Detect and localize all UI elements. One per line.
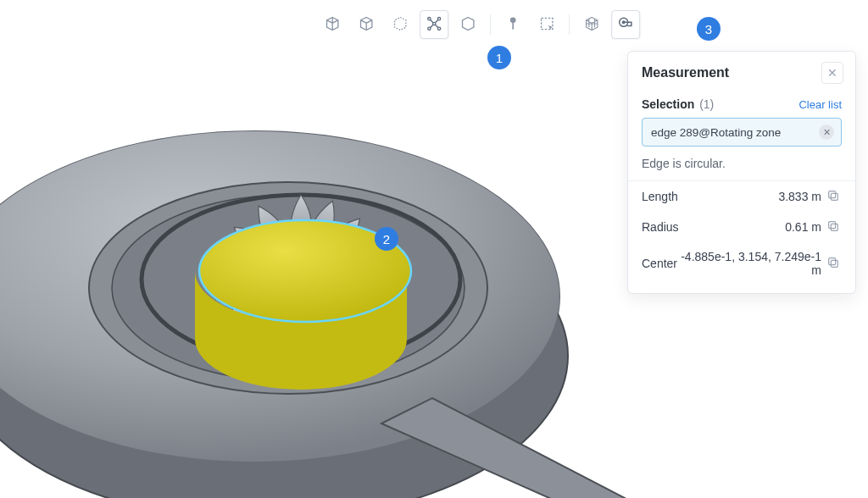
toolbar-separator (490, 14, 491, 35)
copy-radius-button[interactable] (826, 219, 842, 235)
selection-chip-text: edge 289@Rotating zone (651, 126, 781, 139)
metric-length-row: Length 3.833 m (642, 181, 842, 212)
svg-rect-20 (829, 222, 836, 229)
svg-point-11 (433, 22, 436, 25)
svg-point-6 (199, 220, 411, 322)
svg-point-9 (428, 27, 431, 30)
cube-shaded-icon (324, 15, 341, 35)
panel-title: Measurement (642, 65, 729, 80)
view-wire-shaded-button[interactable] (352, 10, 381, 39)
nodes-graph-icon (426, 15, 442, 35)
svg-rect-17 (831, 193, 837, 200)
svg-point-12 (510, 17, 516, 23)
svg-rect-22 (829, 258, 836, 265)
metric-center-value: -4.885e-1, 3.154, 7.249e-1 m (677, 250, 821, 277)
view-shaded-button[interactable] (318, 10, 347, 39)
copy-icon (826, 219, 840, 233)
measure-tape-icon (617, 15, 634, 35)
svg-point-16 (622, 21, 625, 23)
svg-point-10 (437, 27, 440, 30)
remove-icon: ✕ (823, 127, 831, 138)
cube-outline-icon (459, 15, 476, 35)
svg-rect-19 (831, 224, 837, 230)
selection-box-icon (538, 15, 555, 35)
copy-icon (826, 256, 840, 269)
svg-point-7 (428, 17, 431, 19)
edge-type-note: Edge is circular. (642, 147, 842, 180)
cube-wire-icon (358, 15, 375, 35)
probe-pin-button[interactable] (498, 10, 527, 39)
metric-length-value: 3.833 m (778, 190, 821, 203)
svg-rect-13 (512, 22, 514, 29)
view-toolbar (318, 10, 640, 39)
copy-icon (826, 189, 840, 202)
metric-radius-row: Radius 0.61 m (642, 212, 842, 242)
panel-close-button[interactable]: ✕ (821, 62, 843, 84)
metric-center-row: Center -4.885e-1, 3.154, 7.249e-1 m (642, 242, 842, 285)
svg-rect-21 (831, 260, 837, 267)
selection-chip-remove[interactable]: ✕ (819, 125, 834, 140)
toolbar-separator (569, 14, 570, 35)
copy-center-button[interactable] (826, 256, 842, 271)
close-icon: ✕ (827, 66, 837, 80)
measurement-panel: Measurement ✕ Selection (1) Clear list e… (627, 51, 856, 294)
mesh-settings-button[interactable] (577, 10, 606, 39)
metric-radius-label: Radius (642, 220, 679, 234)
metric-length-label: Length (642, 190, 678, 203)
selection-chip[interactable]: edge 289@Rotating zone ✕ (642, 118, 842, 147)
pin-icon (504, 15, 521, 35)
view-nodes-button[interactable] (420, 10, 448, 39)
selection-label: Selection (642, 97, 694, 111)
metric-center-label: Center (642, 257, 677, 270)
mesh-cube-icon (583, 15, 600, 35)
measure-tool-button[interactable] (611, 10, 640, 39)
select-box-button[interactable] (532, 10, 561, 39)
metric-radius-value: 0.61 m (785, 220, 821, 234)
cube-transparent-icon (392, 15, 409, 35)
svg-point-8 (437, 17, 440, 19)
selection-count: (1) (699, 97, 714, 111)
view-outline-button[interactable] (453, 10, 482, 39)
svg-rect-18 (829, 191, 836, 198)
view-transparent-button[interactable] (386, 10, 415, 39)
copy-length-button[interactable] (826, 189, 842, 204)
clear-list-link[interactable]: Clear list (798, 98, 842, 111)
